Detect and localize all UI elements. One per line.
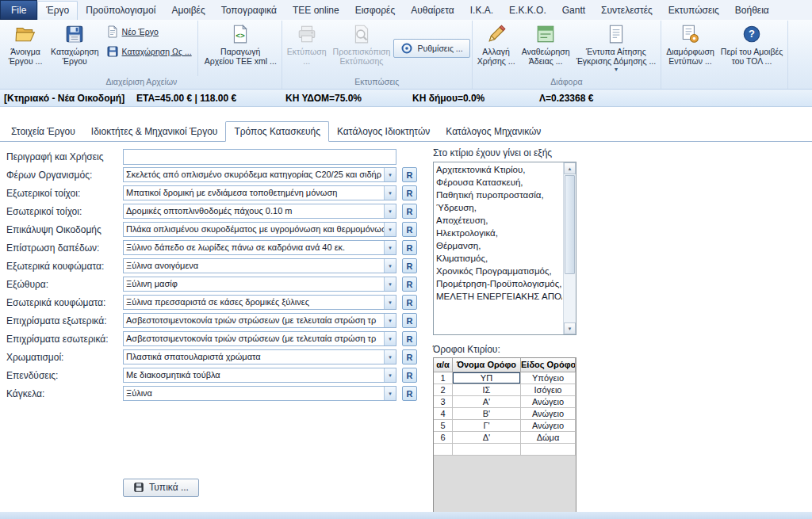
r-button[interactable]: R	[402, 386, 417, 401]
table-cell[interactable]: Γ'	[453, 420, 521, 432]
ribbon-tab-13[interactable]: Βοήθεια	[727, 2, 777, 20]
page-tab-1[interactable]: Στοιχεία Έργου	[3, 122, 83, 141]
listbox-scrollbar[interactable]: ▲ ▼	[563, 162, 576, 334]
table-cell[interactable]	[521, 444, 576, 456]
settings-button[interactable]: Ρυθμίσεις ...	[393, 39, 469, 58]
table-cell[interactable]: Ισόγειο	[521, 384, 576, 396]
combo-field-12[interactable]: Πλαστικά σπατουλαριστά χρώματα▾	[123, 349, 396, 364]
combo-dropdown-button[interactable]: ▾	[384, 186, 396, 200]
ribbon-tab-4[interactable]: Τοπογραφικά	[213, 2, 285, 20]
combo-field-10[interactable]: Ασβεστοτσιμεντοκονία τριών στρώσεων (με …	[123, 313, 396, 328]
configure-forms-button[interactable]: Διαμόρφωση Εντύπων ...	[663, 21, 718, 86]
open-project-button[interactable]: Άνοιγμα Έργου ...	[3, 21, 48, 76]
combo-field-11[interactable]: Ασβεστοτσιμεντοκονία τριών στρώσεων (με …	[123, 331, 396, 346]
combo-field-6[interactable]: Ξύλινο δάπεδο σε λωρίδες πάνω σε καδρόνι…	[123, 240, 396, 255]
r-button[interactable]: R	[402, 368, 417, 383]
combo-dropdown-button[interactable]: ▾	[384, 259, 396, 273]
ribbon-tab-5[interactable]: ΤΕΕ online	[285, 2, 347, 20]
r-button[interactable]: R	[402, 349, 417, 364]
combo-dropdown-button[interactable]: ▾	[384, 314, 396, 327]
table-cell[interactable]: 1	[434, 372, 453, 384]
save-project-button[interactable]: Καταχώρηση Έργου	[48, 21, 102, 76]
r-button[interactable]: R	[402, 185, 417, 200]
combo-field-5[interactable]: Πλάκα οπλισμένου σκυροδέματος με υγρομόν…	[123, 222, 396, 237]
ribbon-tab-12[interactable]: Εκτυπώσεις	[661, 2, 727, 20]
table-cell[interactable]: Ανώγειο	[521, 420, 576, 432]
list-item-7[interactable]: Θέρμανση,	[436, 239, 562, 252]
list-item-4[interactable]: Ύδρευση,	[436, 201, 562, 214]
file-tab[interactable]: File	[0, 0, 37, 20]
ribbon-tab-7[interactable]: Αυθαίρετα	[403, 2, 462, 20]
scroll-down-icon[interactable]: ▼	[564, 322, 576, 334]
combo-dropdown-button[interactable]: ▾	[384, 241, 396, 254]
table-cell[interactable]: 6	[434, 432, 453, 444]
ribbon-tab-2[interactable]: Προϋπολογισμοί	[78, 2, 163, 20]
table-cell[interactable]: 4	[434, 408, 453, 420]
new-project-button[interactable]: Νέο Έργο	[104, 25, 194, 39]
list-item-9[interactable]: Χρονικός Προγραμματισμός,	[436, 265, 562, 277]
scrollbar-thumb[interactable]	[565, 175, 575, 274]
table-cell[interactable]: 5	[434, 420, 453, 432]
r-button[interactable]: R	[402, 331, 417, 346]
ribbon-tab-1[interactable]: Έργο	[37, 1, 78, 20]
about-button[interactable]: ?Περί του Αμοιβές του ΤΟΛ ...	[718, 21, 786, 86]
list-item-11[interactable]: ΜΕΛΕΤΗ ΕΝΕΡΓΕΙΑΚΗΣ ΑΠΟΔΟΣ	[436, 290, 562, 303]
page-tab-4[interactable]: Κατάλογος Ιδιοκτητών	[329, 122, 438, 141]
list-item-5[interactable]: Αποχέτευση,	[436, 214, 562, 227]
table-cell[interactable]: Ανώγειο	[521, 396, 576, 408]
description-input[interactable]	[123, 149, 396, 165]
combo-dropdown-button[interactable]: ▾	[384, 223, 396, 236]
r-button[interactable]: R	[402, 240, 417, 255]
table-cell[interactable]: Β'	[453, 408, 521, 420]
combo-dropdown-button[interactable]: ▾	[384, 387, 396, 400]
scrollbar-track[interactable]	[564, 174, 576, 322]
table-cell[interactable]: Υπόγειο	[521, 372, 576, 384]
list-item-8[interactable]: Κλιματισμός,	[436, 252, 562, 265]
combo-dropdown-button[interactable]: ▾	[384, 332, 396, 345]
table-cell[interactable]: ΥΠ	[453, 372, 521, 384]
combo-dropdown-button[interactable]: ▾	[384, 296, 396, 309]
combo-dropdown-button[interactable]: ▾	[384, 204, 396, 218]
combo-field-4[interactable]: Δρομικές οπτοπλινθοδομές πάχους 0.10 m▾	[123, 204, 396, 219]
ribbon-tab-11[interactable]: Συντελεστές	[593, 2, 661, 20]
combo-field-3[interactable]: Μπατικοί δρομική με ενδιάμεσα τοποθετημέ…	[123, 185, 396, 200]
produce-tee-xml-button[interactable]: <>Παραγωγή Αρχείου ΤΕΕ xml ...	[197, 21, 280, 76]
r-button[interactable]: R	[402, 258, 417, 273]
list-item-1[interactable]: Αρχιτεκτονικά Κτιρίου,	[436, 163, 562, 176]
r-button[interactable]: R	[402, 222, 417, 237]
combo-field-8[interactable]: Ξύλινη μασίφ▾	[123, 277, 396, 292]
r-button[interactable]: R	[402, 313, 417, 328]
r-button[interactable]: R	[402, 277, 417, 292]
list-item-6[interactable]: Ηλεκτρολογικά,	[436, 227, 562, 239]
combo-field-14[interactable]: Ξύλινα▾	[123, 386, 396, 401]
r-button[interactable]: R	[402, 167, 417, 182]
ribbon-tab-6[interactable]: Εισφορές	[347, 2, 404, 20]
r-button[interactable]: R	[402, 295, 417, 310]
list-item-10[interactable]: Προμέτρηση-Προϋπολογισμός,	[436, 277, 562, 290]
table-cell[interactable]: 3	[434, 396, 453, 408]
combo-dropdown-button[interactable]: ▾	[384, 277, 396, 291]
table-cell[interactable]: Δ'	[453, 432, 521, 444]
combo-dropdown-button[interactable]: ▾	[384, 368, 396, 382]
table-cell[interactable]	[453, 444, 521, 456]
table-cell[interactable]	[434, 444, 453, 456]
combo-dropdown-button[interactable]: ▾	[384, 350, 396, 364]
r-button[interactable]: R	[402, 204, 417, 219]
permit-revision-button[interactable]: Αναθεώρηση Άδειας ...	[519, 21, 573, 76]
table-cell[interactable]: ΙΣ	[453, 384, 521, 396]
table-cell[interactable]: Δώμα	[521, 432, 576, 444]
change-of-use-button[interactable]: Αλλαγή Χρήσης ...	[474, 21, 519, 76]
ribbon-tab-9[interactable]: Ε.Κ.Κ.Ο.	[501, 2, 554, 20]
page-tab-3[interactable]: Τρόπος Κατασκευής	[225, 121, 329, 142]
page-tab-2[interactable]: Ιδιοκτήτες & Μηχανικοί Έργου	[83, 122, 226, 141]
combo-dropdown-button[interactable]: ▾	[384, 168, 396, 181]
list-item-2[interactable]: Φέρουσα Κατασκευή,	[436, 176, 562, 189]
scroll-up-icon[interactable]: ▲	[564, 162, 576, 174]
typical-button[interactable]: Τυπικά ...	[123, 479, 199, 497]
combo-field-7[interactable]: Ξύλινα ανοιγόμενα▾	[123, 258, 396, 273]
page-tab-5[interactable]: Κατάλογος Μηχανικών	[438, 122, 549, 141]
table-cell[interactable]: Α'	[453, 396, 521, 408]
save-as-button[interactable]: Καταχώρηση Ως ...	[104, 44, 194, 59]
combo-field-2[interactable]: Σκελετός από οπλισμένο σκυρόδεμα κατηγορ…	[123, 167, 396, 182]
ribbon-tab-10[interactable]: Gantt	[554, 2, 593, 20]
